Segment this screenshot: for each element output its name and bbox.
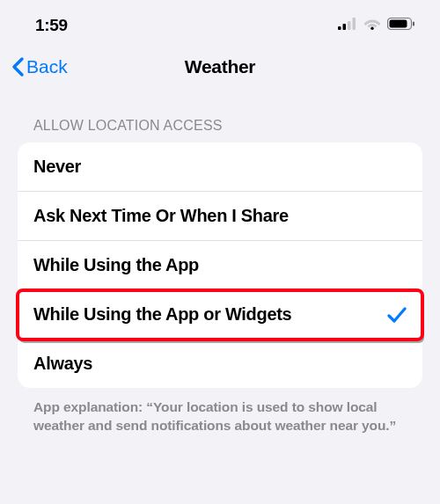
option-label: While Using the App or Widgets [33,304,291,325]
option-label: Ask Next Time Or When I Share [33,206,289,226]
option-while-using-app[interactable]: While Using the App [18,241,422,290]
section-header: ALLOW LOCATION ACCESS [18,93,422,142]
back-button[interactable]: Back [11,56,68,77]
section-footer: App explanation: “Your location is used … [18,388,422,435]
svg-point-4 [370,27,373,30]
location-access-list: Never Ask Next Time Or When I Share Whil… [18,142,422,388]
option-always[interactable]: Always [18,340,422,388]
option-label: Never [33,157,81,177]
svg-rect-7 [413,22,414,26]
svg-rect-3 [353,18,356,30]
cellular-signal-icon [338,18,357,33]
status-time: 1:59 [35,16,68,35]
wifi-icon [363,18,381,33]
option-label: Always [33,354,92,374]
option-while-using-app-or-widgets[interactable]: While Using the App or Widgets [18,290,422,340]
checkmark-icon [387,306,407,324]
option-label: While Using the App [33,255,199,275]
page-title: Weather [185,56,255,77]
svg-rect-1 [343,24,347,30]
svg-rect-0 [338,26,341,30]
svg-rect-6 [390,20,407,28]
navigation-bar: Back Weather [0,44,440,93]
option-ask-next-time[interactable]: Ask Next Time Or When I Share [18,192,422,241]
content-area: ALLOW LOCATION ACCESS Never Ask Next Tim… [0,93,440,435]
option-never[interactable]: Never [18,142,422,192]
battery-icon [387,18,415,33]
svg-rect-2 [348,21,351,30]
status-icons [338,18,415,33]
chevron-left-icon [11,56,25,77]
status-bar: 1:59 [0,0,440,44]
back-label: Back [26,56,68,77]
